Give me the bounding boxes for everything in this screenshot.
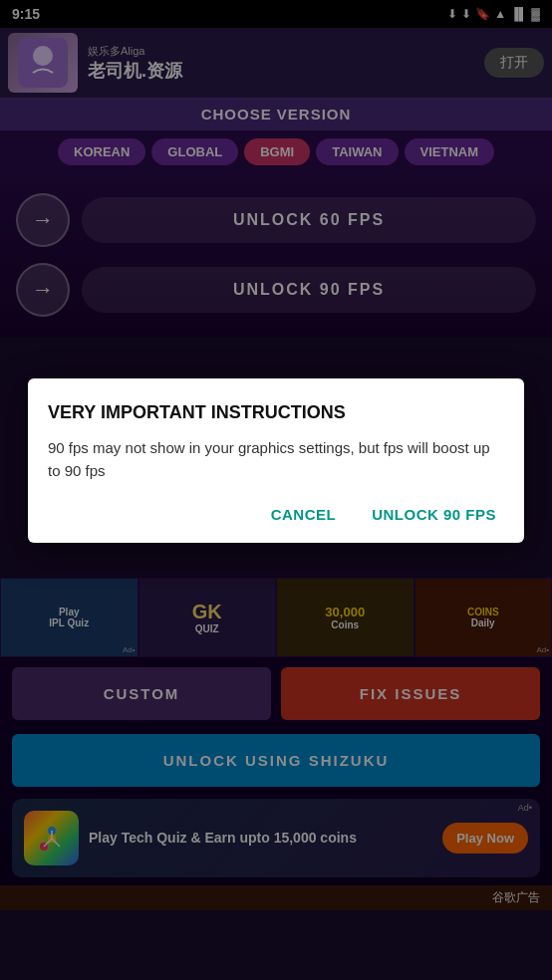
- unlock-90fps-dialog-button[interactable]: UNLOCK 90 FPS: [364, 502, 504, 527]
- dialog-title: VERY IMPORTANT INSTRUCTIONS: [48, 402, 504, 423]
- dialog-body: 90 fps may not show in your graphics set…: [48, 437, 504, 482]
- cancel-button[interactable]: CANCEL: [263, 502, 345, 527]
- important-instructions-dialog: VERY IMPORTANT INSTRUCTIONS 90 fps may n…: [28, 378, 524, 543]
- dialog-actions: CANCEL UNLOCK 90 FPS: [48, 502, 504, 527]
